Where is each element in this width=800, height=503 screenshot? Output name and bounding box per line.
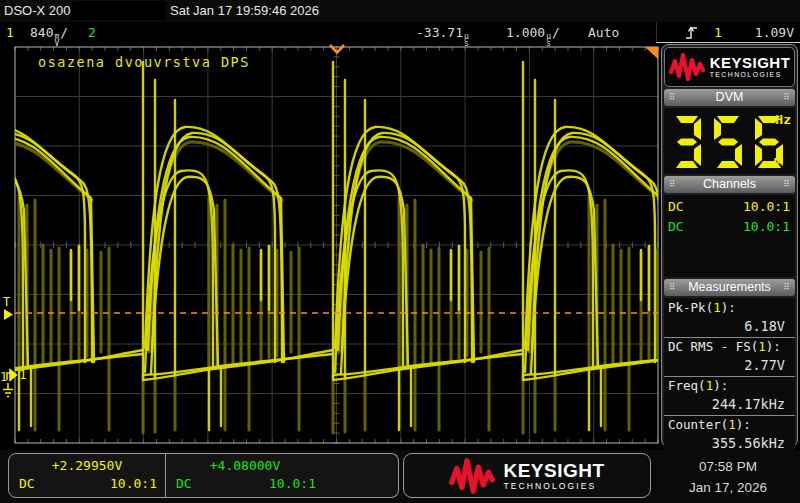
- trigger-mode-label[interactable]: Auto: [588, 25, 619, 40]
- measurement-value: 244.17kHz: [668, 393, 791, 412]
- measurement-label: Freq(1):: [668, 378, 791, 393]
- grip-dots-icon: ⠿: [783, 281, 790, 293]
- trigger-readout[interactable]: 1 1.09V: [656, 22, 800, 43]
- keysight-logo-icon: [449, 457, 495, 495]
- measurements-title: Measurements: [688, 280, 771, 294]
- dvm-unit-hz: Hz: [775, 112, 791, 127]
- measurement-value: 355.56kHz: [668, 432, 791, 451]
- ch1-probe-label: 10.0:1: [110, 476, 157, 491]
- brand-sub: TECHNOLOGIES: [503, 482, 604, 491]
- ch1-scale[interactable]: 840mV/: [30, 25, 68, 47]
- ch1-coupling-label: DC: [19, 476, 35, 491]
- ch2-probe-label: 10.0:1: [269, 476, 316, 491]
- clock-panel: 07:58 PM Jan 17, 2026: [660, 456, 796, 498]
- ch1-scale-value: 840: [30, 25, 53, 40]
- oscilloscope-screen: osazena dvouvrstva DPS T 1 1 DSO-X 2002A…: [0, 0, 800, 503]
- delay-value: -33.71: [416, 25, 463, 40]
- bottom-bar: +2.29950V DC 10.0:1 +4.08000V DC 10.0:1 …: [0, 450, 800, 503]
- dvm-section-header[interactable]: ⠿ DVM ⠿: [664, 89, 795, 106]
- trigger-slope-icon: [684, 24, 699, 41]
- date-label: Jan 17, 2026: [660, 477, 796, 498]
- ch1-probe: 10.0:1: [743, 199, 790, 217]
- status-bar: 1 840mV/ 2 -33.71µs 1.000µs/ Auto 1 1.09…: [0, 22, 800, 43]
- ch1-status-box[interactable]: +2.29950V DC 10.0:1: [8, 453, 166, 498]
- ch1-coupling: DC: [668, 199, 684, 217]
- trigger-source: 1: [714, 25, 722, 40]
- measurement-row[interactable]: Freq(1): 244.17kHz: [664, 377, 795, 416]
- title-bar: DSO-X 2002A, Sat Jan 17 19:59:46 2026: [0, 0, 800, 22]
- ch1-ground-marker-label: 1: [0, 370, 7, 384]
- grip-dots-icon: ⠿: [669, 281, 676, 293]
- dvm-unit-k: k: [773, 156, 781, 171]
- keysight-logo-box: KEYSIGHT TECHNOLOGIES: [664, 47, 795, 87]
- dvm-seven-segment-value: [672, 113, 784, 173]
- keysight-logo-panel: KEYSIGHT TECHNOLOGIES: [403, 453, 651, 498]
- delay-readout[interactable]: -33.71µs: [416, 25, 470, 47]
- channel2-row[interactable]: DC 10.0:1: [664, 218, 795, 238]
- measurements-section-header[interactable]: ⠿ Measurements ⠿: [664, 279, 795, 296]
- measurement-value: 2.77V: [668, 354, 791, 373]
- keysight-logo-icon: [669, 52, 705, 82]
- ch1-scale-slash: /: [60, 25, 68, 40]
- ch2-coupling: DC: [668, 219, 684, 237]
- dvm-panel[interactable]: Hz k: [664, 108, 795, 174]
- delay-unit: µs: [463, 34, 470, 47]
- serial-redaction: [71, 1, 166, 20]
- ch2-status-box[interactable]: +4.08000V DC 10.0:1: [165, 453, 325, 498]
- timebase-readout[interactable]: 1.000µs/: [506, 25, 560, 47]
- ch2-offset-value: +4.08000V: [166, 454, 324, 473]
- graticule-grid: [0, 43, 660, 450]
- datetime-label: Sat Jan 17 19:59:46 2026: [170, 3, 319, 18]
- time-label: 07:58 PM: [660, 456, 796, 477]
- trigger-level-value: 1.09V: [755, 25, 794, 40]
- ch2-coupling-label: DC: [176, 476, 192, 491]
- ch1-offset-value: +2.29950V: [9, 454, 165, 473]
- grip-dots-icon: ⠿: [669, 91, 676, 103]
- timebase-slash: /: [552, 25, 560, 40]
- brand-sub: TECHNOLOGIES: [710, 72, 791, 79]
- channels-section-header[interactable]: ⠿ Channels ⠿: [664, 176, 795, 193]
- grip-dots-icon: ⠿: [783, 91, 790, 103]
- measurement-row[interactable]: DC RMS - FS(1): 2.77V: [664, 338, 795, 377]
- measurement-label: Counter(1):: [668, 417, 791, 432]
- empty-status-box[interactable]: [324, 453, 399, 498]
- brand-name: KEYSIGHT: [503, 461, 604, 480]
- brand-name: KEYSIGHT: [710, 55, 791, 70]
- ch1-inplot-label: 1: [19, 367, 27, 382]
- dvm-title: DVM: [716, 90, 744, 104]
- timebase-unit: µs: [545, 34, 552, 47]
- timebase-value: 1.000: [506, 25, 545, 40]
- annotation-label: osazena dvouvrstva DPS: [38, 54, 250, 70]
- measurement-label: Pk-Pk(1):: [668, 300, 791, 315]
- grip-dots-icon: ⠿: [669, 178, 676, 190]
- grip-dots-icon: ⠿: [783, 178, 790, 190]
- trigger-t-label: T: [3, 295, 10, 309]
- measurement-label: DC RMS - FS(1):: [668, 339, 791, 354]
- ch2-number[interactable]: 2: [88, 25, 96, 40]
- ch1-number[interactable]: 1: [6, 25, 14, 40]
- measurement-row[interactable]: Pk-Pk(1): 6.18V: [664, 299, 795, 338]
- measurement-value: 6.18V: [668, 315, 791, 334]
- sidebar: KEYSIGHT TECHNOLOGIES ⠿ DVM ⠿ Hz k ⠿ Cha…: [661, 44, 798, 447]
- channel1-row[interactable]: DC 10.0:1: [664, 198, 795, 218]
- channels-title: Channels: [703, 177, 756, 191]
- ch2-probe: 10.0:1: [743, 219, 790, 237]
- measurements-panel: Pk-Pk(1): 6.18V DC RMS - FS(1): 2.77V Fr…: [664, 298, 795, 456]
- waveform-display[interactable]: osazena dvouvrstva DPS T 1 1: [0, 0, 660, 450]
- channels-panel: DC 10.0:1 DC 10.0:1: [664, 195, 795, 277]
